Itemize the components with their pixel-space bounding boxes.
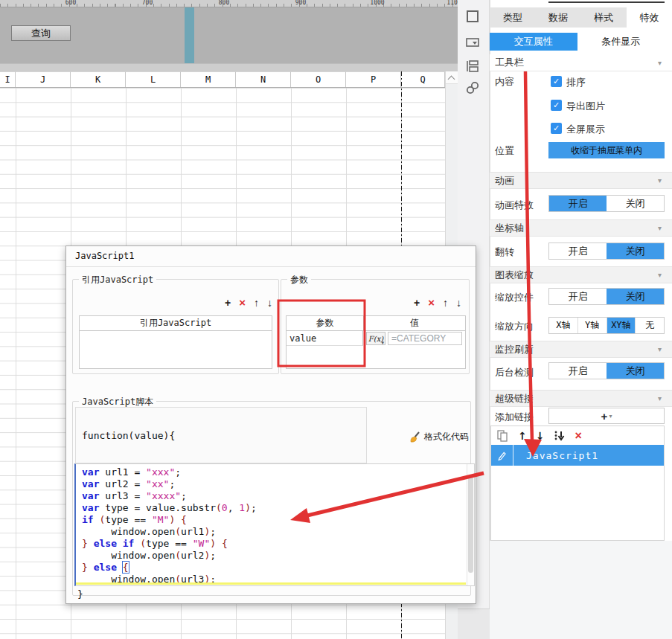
- hyperlink-list: ↑ ↓ × JavaScript1: [490, 426, 665, 541]
- section-hyperlink[interactable]: 超级链接 ▾: [490, 390, 672, 407]
- column-header-M[interactable]: M: [181, 71, 236, 87]
- sheet-column-headers[interactable]: IJKLMNOPQ: [0, 71, 445, 88]
- javascript-dialog: JavaScript1 引用JavaScript + × ↑ ↓ 引用JavaS…: [65, 245, 476, 604]
- add-icon[interactable]: +: [414, 297, 420, 309]
- format-code-button[interactable]: 格式化代码: [409, 431, 469, 443]
- current-line-highlight: [76, 582, 466, 585]
- toggle-off[interactable]: 关闭: [607, 289, 664, 304]
- frame-icon[interactable]: [465, 9, 480, 24]
- combobox-icon[interactable]: [465, 35, 480, 50]
- toggle-off[interactable]: 关闭: [607, 363, 664, 379]
- segment-none[interactable]: 无: [636, 318, 664, 333]
- section-animation[interactable]: 动画 ▾: [490, 172, 672, 189]
- flip-toggle: 开启 关闭: [548, 243, 665, 260]
- hyperlink-list-item[interactable]: JavaScript1: [491, 445, 664, 466]
- subtab-interaction[interactable]: 交互属性: [490, 33, 577, 51]
- background-check-toggle: 开启 关闭: [548, 362, 665, 379]
- link-icon[interactable]: [465, 80, 480, 95]
- chevron-down-icon: ▾: [609, 413, 612, 420]
- toggle-on[interactable]: 开启: [549, 196, 607, 211]
- function-open-text: function(value){: [82, 430, 175, 441]
- remove-icon[interactable]: ×: [428, 296, 435, 309]
- drawer-menu-button[interactable]: 收缩于抽屉菜单内: [548, 142, 665, 158]
- subtab-condition-display[interactable]: 条件显示: [577, 33, 665, 51]
- move-up-icon[interactable]: ↑: [443, 297, 448, 309]
- section-chart-zoom[interactable]: 图表缩放 ▾: [490, 266, 672, 283]
- column-header-K[interactable]: K: [71, 71, 126, 87]
- collapse-caret-icon[interactable]: ▾: [658, 224, 662, 232]
- layers-icon[interactable]: [465, 59, 480, 74]
- toggle-off[interactable]: 关闭: [607, 196, 664, 211]
- toggle-on[interactable]: 开启: [549, 289, 607, 304]
- param-col-header: 参数: [287, 316, 363, 330]
- toggle-on[interactable]: 开启: [549, 363, 607, 379]
- ref-group-label: 引用JavaScript: [79, 274, 156, 286]
- ref-javascript-group: 引用JavaScript + × ↑ ↓ 引用JavaScript: [72, 279, 279, 374]
- chevron-up-icon: [448, 76, 455, 83]
- collapse-caret-icon[interactable]: ▾: [658, 271, 662, 279]
- move-down-icon[interactable]: ↓: [536, 430, 545, 442]
- collapse-caret-icon[interactable]: ▾: [658, 345, 662, 353]
- section-toolbar-title: 工具栏: [495, 56, 524, 69]
- collapse-caret-icon[interactable]: ▾: [658, 394, 662, 402]
- section-toolbar[interactable]: 工具栏 ▾: [490, 54, 672, 71]
- animation-effect-toggle: 开启 关闭: [548, 195, 665, 212]
- ruler-label: 900: [295, 0, 306, 6]
- column-header-L[interactable]: L: [126, 71, 181, 87]
- move-up-icon[interactable]: ↑: [254, 297, 259, 309]
- scroll-up-button[interactable]: [446, 71, 458, 84]
- section-hyperlink-title: 超级链接: [495, 392, 534, 405]
- editor-scrollbar[interactable]: [467, 464, 474, 585]
- ref-javascript-table[interactable]: 引用JavaScript: [79, 315, 272, 369]
- toggle-on[interactable]: 开启: [549, 243, 607, 259]
- column-header-Q[interactable]: Q: [401, 71, 445, 87]
- param-name-cell[interactable]: value: [287, 331, 363, 346]
- tab-data[interactable]: 数据: [535, 7, 580, 28]
- column-header-N[interactable]: N: [236, 71, 291, 87]
- checkbox-export-image[interactable]: ✓: [551, 100, 562, 111]
- section-monitor-title: 监控刷新: [495, 343, 534, 356]
- section-monitor-refresh[interactable]: 监控刷新 ▾: [490, 341, 672, 358]
- formula-fx-button[interactable]: F(x) ▾: [366, 332, 385, 345]
- code-editor[interactable]: var url1 = "xxx";var url2 = "xx";var url…: [74, 463, 475, 586]
- toggle-off[interactable]: 关闭: [607, 243, 664, 259]
- move-down-icon[interactable]: ↓: [456, 297, 461, 309]
- query-button[interactable]: 查询: [11, 25, 71, 41]
- column-header-I[interactable]: I: [0, 71, 16, 87]
- move-down-icon[interactable]: ↓: [267, 297, 272, 309]
- flip-label: 翻转: [495, 245, 514, 259]
- tab-effects[interactable]: 特效: [627, 7, 672, 28]
- delete-icon[interactable]: ×: [575, 429, 581, 443]
- add-icon[interactable]: +: [225, 297, 231, 309]
- copy-icon[interactable]: [496, 429, 509, 442]
- editor-scrollbar-thumb[interactable]: [468, 476, 473, 573]
- checkbox-fullscreen[interactable]: ✓: [551, 123, 562, 134]
- segment-y-axis[interactable]: Y轴: [578, 318, 607, 333]
- add-link-button[interactable]: + ▾: [548, 408, 665, 424]
- param-value-input[interactable]: [388, 332, 462, 345]
- panel-subtabs: 交互属性 条件显示: [490, 33, 665, 51]
- dialog-title: JavaScript1: [75, 251, 134, 261]
- checkbox-export-image-label: 导出图片: [566, 100, 605, 113]
- remove-icon[interactable]: ×: [239, 296, 246, 309]
- section-axis[interactable]: 坐标轴 ▾: [490, 219, 672, 237]
- column-header-J[interactable]: J: [16, 71, 71, 87]
- hyperlink-item-label: JavaScript1: [526, 450, 598, 461]
- column-header-O[interactable]: O: [291, 71, 346, 87]
- segment-xy-axis[interactable]: XY轴: [607, 318, 636, 333]
- tab-style[interactable]: 样式: [581, 7, 627, 28]
- move-up-icon[interactable]: ↑: [518, 430, 527, 442]
- checkbox-fullscreen-label: 全屏展示: [566, 123, 605, 136]
- tab-type[interactable]: 类型: [490, 7, 535, 28]
- collapse-caret-icon[interactable]: ▾: [658, 176, 662, 184]
- canvas-bottom-strip: [0, 63, 458, 71]
- move-to-bottom-icon[interactable]: [553, 429, 566, 442]
- segment-x-axis[interactable]: X轴: [549, 318, 578, 333]
- ruler-label: 1000: [370, 0, 384, 6]
- edit-cell[interactable]: [491, 445, 513, 466]
- code-line: var url3 = "xxxx";: [82, 490, 257, 502]
- column-header-P[interactable]: P: [346, 71, 401, 87]
- checkbox-sort[interactable]: ✓: [551, 76, 562, 87]
- collapse-caret-icon[interactable]: ▾: [658, 59, 662, 67]
- ref-table-header: 引用JavaScript: [80, 316, 272, 330]
